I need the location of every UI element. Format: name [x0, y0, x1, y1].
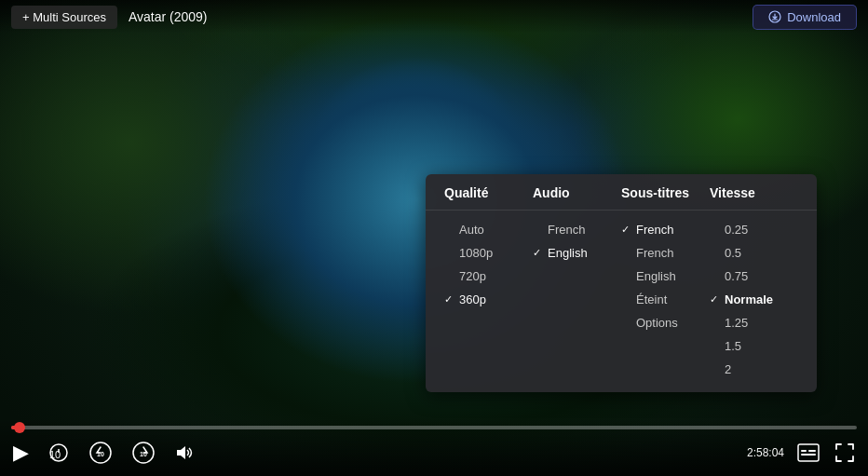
right-controls: 2:58:04 [739, 441, 857, 465]
check-360p: ✓ [444, 293, 455, 306]
progress-bar[interactable] [11, 426, 857, 429]
audio-french[interactable]: French [533, 218, 621, 241]
check-speed-15 [710, 341, 721, 352]
svg-rect-11 [801, 454, 816, 456]
fullscreen-icon [834, 442, 855, 463]
speed-025[interactable]: 0.25 [710, 218, 798, 241]
multi-sources-label: + Multi Sources [22, 10, 106, 24]
settings-body: Auto 1080p 720p ✓ 360p [426, 218, 817, 381]
quality-auto[interactable]: Auto [444, 218, 533, 241]
check-speed-normale: ✓ [710, 293, 721, 306]
speed-075[interactable]: 0.75 [710, 265, 798, 288]
svg-rect-8 [798, 444, 819, 461]
time-display: 2:58:04 [747, 446, 784, 459]
play-button[interactable]: ▶ [11, 439, 31, 467]
svg-text:10: 10 [140, 451, 147, 457]
svg-text:10: 10 [97, 451, 104, 457]
audio-english[interactable]: ✓ English [533, 241, 621, 265]
speed-2[interactable]: 2 [710, 358, 798, 381]
title-area: + Multi Sources Avatar (2009) [11, 6, 208, 29]
subtitle-off[interactable]: Éteint [621, 288, 710, 311]
controls-row: ▶ 10 10 [11, 439, 857, 467]
movie-title: Avatar (2009) [129, 9, 208, 24]
check-audio-english: ✓ [533, 247, 544, 259]
check-audio-french [533, 224, 544, 236]
subtitle-french-1[interactable]: ✓ French [621, 218, 710, 241]
subtitle-options[interactable]: Options [621, 311, 710, 334]
subtitle-french-2[interactable]: French [621, 241, 710, 265]
check-sub-french2 [621, 248, 632, 259]
bottom-controls: ▶ 10 10 [0, 418, 868, 476]
volume-icon [174, 442, 195, 463]
check-1080p [444, 248, 455, 259]
left-controls: ▶ 10 10 [11, 439, 197, 467]
check-720p [444, 271, 455, 282]
check-sub-options [621, 318, 632, 329]
subtitle-english[interactable]: English [621, 265, 710, 288]
check-speed-125 [710, 318, 721, 329]
check-speed-025 [710, 224, 721, 236]
quality-720p[interactable]: 720p [444, 265, 533, 288]
download-button[interactable]: Download [753, 5, 857, 30]
volume-button[interactable] [172, 441, 197, 465]
check-sub-french1: ✓ [621, 224, 632, 236]
settings-header: Qualité Audio Sous-titres Vitesse [426, 185, 817, 211]
col-header-subtitles: Sous-titres [621, 185, 710, 200]
speed-125[interactable]: 1.25 [710, 311, 798, 334]
check-auto [444, 224, 455, 236]
forward-10-icon: 10 [131, 441, 156, 465]
multi-sources-button[interactable]: + Multi Sources [11, 6, 117, 29]
subtitles-icon [797, 443, 820, 462]
forward-10-button[interactable]: 10 [129, 439, 157, 467]
download-label: Download [787, 10, 841, 24]
quality-column: Auto 1080p 720p ✓ 360p [444, 218, 533, 381]
top-bar: + Multi Sources Avatar (2009) Download [0, 0, 868, 34]
rewind-icon: 10 [47, 442, 70, 464]
fullscreen-button[interactable] [833, 441, 857, 465]
quality-360p[interactable]: ✓ 360p [444, 288, 533, 311]
speed-05[interactable]: 0.5 [710, 241, 798, 265]
col-header-quality: Qualité [444, 185, 533, 200]
rewind-button[interactable]: 10 [46, 440, 72, 466]
audio-column: French ✓ English [533, 218, 621, 381]
settings-menu: Qualité Audio Sous-titres Vitesse Auto 1… [426, 174, 817, 392]
speed-normale[interactable]: ✓ Normale [710, 288, 798, 311]
speed-15[interactable]: 1.5 [710, 334, 798, 358]
video-player: + Multi Sources Avatar (2009) Download Q… [0, 0, 868, 476]
col-header-audio: Audio [533, 185, 621, 200]
speed-column: 0.25 0.5 0.75 ✓ Normale 1.25 [710, 218, 798, 381]
check-speed-2 [710, 364, 721, 375]
subtitles-column: ✓ French French English Éteint [621, 218, 710, 381]
check-sub-english [621, 271, 632, 282]
play-icon: ▶ [13, 441, 29, 465]
quality-1080p[interactable]: 1080p [444, 241, 533, 265]
col-header-speed: Vitesse [710, 185, 798, 200]
subtitles-button[interactable] [795, 442, 821, 464]
svg-marker-7 [177, 446, 185, 459]
check-sub-off [621, 294, 632, 306]
svg-rect-10 [808, 450, 816, 452]
rewind-10-icon: 10 [88, 441, 113, 465]
rewind-10-button[interactable]: 10 [87, 439, 115, 467]
progress-dot [14, 422, 25, 433]
svg-rect-9 [801, 450, 807, 452]
check-speed-075 [710, 271, 721, 282]
download-icon [768, 10, 781, 23]
check-speed-05 [710, 248, 721, 259]
